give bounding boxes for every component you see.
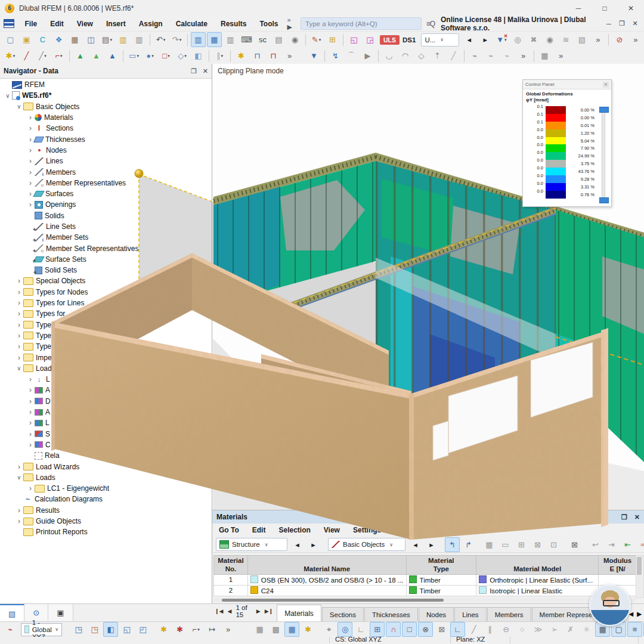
new-visibility-icon[interactable]: ✱ — [156, 622, 171, 637]
menu-view[interactable]: View — [70, 16, 100, 31]
structure-tool-1-icon[interactable]: ▲ — [73, 48, 88, 63]
snap-corner-icon[interactable]: ∟ — [354, 622, 369, 637]
grid-show-icon[interactable]: ▦ — [252, 622, 267, 637]
menu-tools[interactable]: Tools — [253, 16, 284, 31]
menu-insert[interactable]: Insert — [100, 16, 132, 31]
redo-icon[interactable]: ↷▾ — [169, 32, 184, 47]
result-tables-icon[interactable]: ▦ — [537, 48, 552, 63]
tree-item-lines[interactable]: ›Lines — [0, 156, 212, 166]
table-tab-nodes[interactable]: Nodes — [419, 607, 454, 622]
tree-item-load[interactable]: ∨Load — [0, 363, 212, 374]
table-tab-members[interactable]: Members — [487, 607, 531, 622]
snap-cross-icon[interactable]: ✗ — [563, 622, 578, 637]
tree-item-surface-sets[interactable]: Surface Sets — [0, 254, 212, 265]
snap-ortho-icon[interactable]: ∟ — [450, 622, 465, 637]
clip-delete-icon[interactable]: ◳ — [87, 622, 102, 637]
import-rows-icon[interactable]: ⇤ — [620, 537, 635, 552]
materials-menu-selection[interactable]: Selection — [272, 526, 317, 534]
modify-icon[interactable]: ✎▾ — [309, 32, 324, 47]
tree-item-rela[interactable]: Rela — [0, 450, 212, 461]
new-node-icon[interactable]: ✱▾ — [3, 48, 18, 63]
sync-back-icon[interactable]: ↱ — [461, 537, 476, 552]
more-3-icon[interactable]: » — [282, 48, 297, 63]
table-view-1-icon[interactable]: ▦ — [482, 537, 497, 552]
list-view-icon[interactable]: ▤ — [271, 32, 286, 47]
tree-item-types[interactable]: ›Types — [0, 341, 212, 352]
export-rows-icon[interactable]: ⇒ — [636, 537, 644, 552]
show-results-icon[interactable]: ◉ — [542, 32, 557, 47]
new-printout-report-icon[interactable]: ▥ — [116, 32, 131, 47]
tree-item-c[interactable]: ›C — [0, 439, 212, 450]
render-mode-icon[interactable]: ▧ — [574, 32, 589, 47]
edit-parameters-icon[interactable]: ⊞ — [325, 32, 340, 47]
combo-next-1-icon[interactable]: ▸ — [306, 537, 321, 552]
tree-item-types-for-lines[interactable]: ›Types for Lines — [0, 298, 212, 308]
tree-item-special-objects[interactable]: ›Special Objects — [0, 275, 212, 286]
menu-edit[interactable]: Edit — [44, 16, 70, 31]
navigator-float-icon[interactable]: ❐ — [191, 67, 197, 75]
zoom-reset-icon[interactable]: ⊘ — [612, 32, 627, 47]
tree-item-member-sets[interactable]: Member Sets — [0, 232, 212, 243]
search-input[interactable]: Type a keyword (Alt+Q) — [301, 17, 422, 30]
new-surface-icon[interactable]: ▭▾ — [126, 48, 141, 63]
table-view-4-icon[interactable]: ⊠ — [530, 537, 545, 552]
filter-off-icon[interactable]: ▼▾✕ — [494, 32, 509, 47]
tree-item-calculation-diagrams[interactable]: Calculation Diagrams — [0, 494, 212, 504]
maximize-button[interactable]: □ — [592, 1, 618, 16]
menu-results[interactable]: Results — [214, 16, 253, 31]
tree-item-we5-rf6[interactable]: ∨WE5.rf6* — [0, 90, 212, 101]
script-console-icon[interactable]: sc — [255, 32, 270, 47]
structure-tool-3-icon[interactable]: ▲ — [105, 48, 120, 63]
clip-section-icon[interactable]: ◰ — [135, 622, 150, 637]
column-header[interactable]: Material Type — [406, 556, 476, 575]
open-file-icon[interactable]: ▣ — [19, 32, 34, 47]
clip-plane-icon[interactable]: ◧ — [103, 622, 118, 637]
printout-report-icon[interactable]: ▥ — [132, 32, 147, 47]
tree-item-s[interactable]: ›S — [0, 429, 212, 439]
materials-close-icon[interactable]: ✕ — [634, 513, 640, 521]
diagram-style-1-icon[interactable]: ⌁ — [467, 48, 482, 63]
grid-snap-icon[interactable]: ▦ — [284, 622, 299, 637]
tab-scroll-right-icon[interactable]: ▶ — [637, 611, 642, 617]
new-member-icon[interactable]: ╱▾ — [35, 48, 50, 63]
tree-item-solid-sets[interactable]: Solid Sets — [0, 265, 212, 275]
combo-next-2-icon[interactable]: ▸ — [424, 537, 439, 552]
sync-selection-icon[interactable]: ↰ — [445, 537, 460, 552]
column-header[interactable]: Material No. — [214, 556, 248, 575]
legend-range-slider[interactable] — [602, 107, 605, 203]
tree-item-members[interactable]: ›Members — [0, 166, 212, 177]
materials-horizontal-scrollbar[interactable] — [213, 598, 636, 602]
dlubal-flag-icon[interactable] — [4, 19, 14, 28]
control-panel-close-icon[interactable]: ✕ — [603, 82, 609, 88]
row-undo-icon[interactable]: ↩ — [588, 537, 603, 552]
snap-box-icon[interactable]: ⊠ — [434, 622, 449, 637]
snap-guide-icon[interactable]: ◎ — [338, 622, 352, 637]
combo-prev-2-icon[interactable]: ◂ — [408, 537, 423, 552]
animation-icon[interactable]: ▶ — [360, 48, 375, 63]
tree-item-d[interactable]: ›D — [0, 396, 212, 407]
surface-results-icon[interactable]: ◠ — [398, 48, 413, 63]
table-tab-thicknesses[interactable]: Thicknesses — [364, 607, 418, 622]
next-combination-icon[interactable]: ▸ — [478, 32, 493, 47]
pager-prev-icon[interactable]: ◀ — [227, 608, 231, 614]
console-icon[interactable]: ⌨ — [239, 32, 254, 47]
table-view-3-icon[interactable]: ⊞ — [514, 537, 529, 552]
solid-results-icon[interactable]: ◇ — [414, 48, 429, 63]
tree-item-rfem[interactable]: RFEM — [0, 79, 212, 90]
result-values-icon[interactable]: ≋ — [558, 32, 573, 47]
snap-magnet-icon[interactable]: ∩ — [386, 622, 401, 637]
more-1-icon[interactable]: » — [590, 32, 605, 47]
tree-item-types[interactable]: ›Types — [0, 320, 212, 330]
column-header[interactable]: Material Model — [476, 556, 599, 575]
tree-item-basic-objects[interactable]: ∨Basic Objects — [0, 101, 212, 112]
table-tab-materials[interactable]: Materials — [277, 605, 321, 622]
tree-item-a[interactable]: ›A — [0, 385, 212, 395]
diagram-style-3-icon[interactable]: ⌁ — [500, 48, 515, 63]
clip-box-icon[interactable]: ◳ — [71, 622, 86, 637]
tree-item-member-set-representatives[interactable]: Member Set Representatives — [0, 243, 212, 253]
new-support-icon[interactable]: ✱ — [234, 48, 249, 63]
show-objects-icon[interactable]: ◎ — [510, 32, 525, 47]
tree-item-results[interactable]: ›Results — [0, 505, 212, 516]
navigator-toggle-icon[interactable]: ▥ — [191, 32, 206, 47]
transfer-in-icon[interactable]: ◱ — [346, 32, 361, 47]
